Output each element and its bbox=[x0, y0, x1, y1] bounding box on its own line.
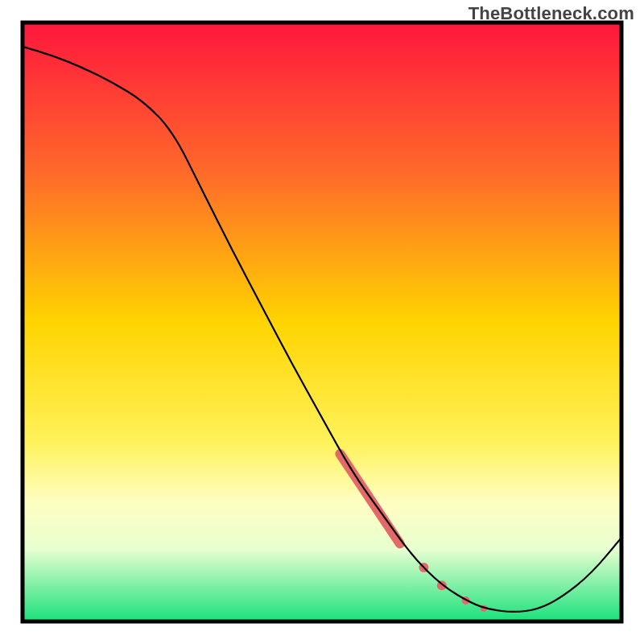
gradient-background bbox=[23, 23, 621, 621]
chart-container: TheBottleneck.com bbox=[0, 0, 644, 644]
bottleneck-chart bbox=[0, 0, 644, 644]
watermark-text: TheBottleneck.com bbox=[469, 3, 634, 24]
